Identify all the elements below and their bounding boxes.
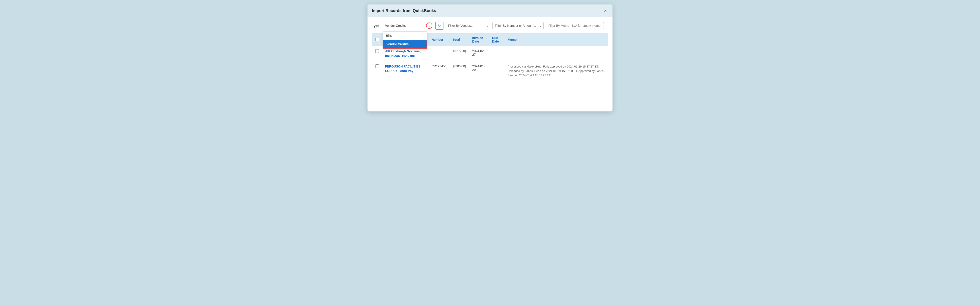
- type-label: Type: [372, 24, 380, 28]
- type-dropdown-menu: Bills Vendor Credits: [383, 32, 427, 49]
- dialog-body: Type ⌄ Bills Vendor Credits ↻ Filter By …: [368, 17, 612, 81]
- row-2-total: $(900.00): [449, 61, 469, 81]
- col-header-due-date: Due Date: [489, 33, 504, 46]
- dialog-header: Import Records from QuickBooks ×: [368, 5, 612, 17]
- col-header-invoice-date: Invoice Date: [469, 33, 489, 46]
- row-1-invoice-date: 2024-02-27: [469, 46, 489, 61]
- filter-vendor-select[interactable]: Filter By Vendor...: [445, 22, 490, 29]
- col-header-number: Number: [428, 33, 449, 46]
- filter-amount-wrapper: Filter By Number or Amount... ⌄: [492, 22, 544, 29]
- toolbar: Type ⌄ Bills Vendor Credits ↻ Filter By …: [372, 22, 608, 30]
- row-2-number: CR123456: [428, 61, 449, 81]
- row-1-total: $(515.60): [449, 46, 469, 61]
- row-2-due-date: [489, 61, 504, 81]
- filter-memo-input[interactable]: [546, 22, 604, 29]
- row-1-checkbox-cell: [372, 46, 382, 61]
- row-2-checkbox[interactable]: [375, 64, 379, 68]
- filter-vendor-wrapper: Filter By Vendor... ⌄: [445, 22, 490, 29]
- col-header-checkbox: [372, 33, 382, 46]
- row-2-memo: Processed via MakersHub. Fully approved …: [504, 61, 608, 81]
- row-1-number: [428, 46, 449, 61]
- row-1-memo: [504, 46, 608, 61]
- row-1-checkbox[interactable]: [375, 49, 379, 53]
- type-dropdown-button[interactable]: ⌄: [426, 22, 432, 29]
- row-2-vendor: FERGUSON FACILITIES SUPPLY - Auto Pay: [382, 61, 428, 81]
- dropdown-item-bills[interactable]: Bills: [383, 32, 427, 40]
- table-body: AIRPittsburgh Systems, Inc.INDUSTRIAL In…: [372, 46, 608, 81]
- import-dialog: Import Records from QuickBooks × Type ⌄ …: [368, 5, 612, 112]
- row-1-vendor-link[interactable]: AIRPittsburgh Systems, Inc.INDUSTRIAL In…: [385, 49, 420, 57]
- row-2-vendor-link[interactable]: FERGUSON FACILITIES SUPPLY - Auto Pay: [385, 65, 420, 73]
- row-1-due-date: [489, 46, 504, 61]
- select-all-checkbox[interactable]: [375, 38, 379, 41]
- filter-amount-select[interactable]: Filter By Number or Amount...: [492, 22, 544, 29]
- row-2-checkbox-cell: [372, 61, 382, 81]
- type-select-wrapper: ⌄ Bills Vendor Credits: [383, 22, 433, 29]
- refresh-icon: ↻: [438, 24, 441, 28]
- row-2-invoice-date: 2024-01-29: [469, 61, 489, 81]
- col-header-memo: Memo: [504, 33, 608, 46]
- dialog-title: Import Records from QuickBooks: [372, 8, 436, 13]
- col-header-total: Total: [449, 33, 469, 46]
- chevron-down-icon: ⌄: [428, 24, 430, 27]
- close-button[interactable]: ×: [603, 8, 608, 13]
- refresh-button[interactable]: ↻: [436, 22, 444, 30]
- table-row: FERGUSON FACILITIES SUPPLY - Auto Pay CR…: [372, 61, 608, 81]
- type-select-input[interactable]: [383, 22, 433, 29]
- dropdown-item-vendor-credits[interactable]: Vendor Credits: [383, 40, 427, 49]
